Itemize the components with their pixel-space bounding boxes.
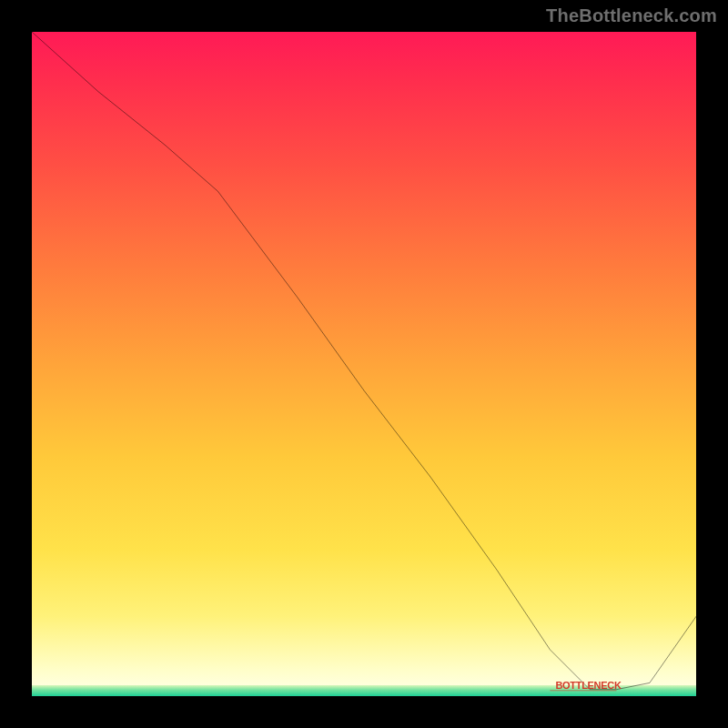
watermark-text: TheBottleneck.com bbox=[546, 5, 717, 26]
main-curve bbox=[32, 32, 696, 690]
plot-area: BOTTLENECK bbox=[27, 27, 701, 701]
chart-root: TheBottleneck.com BOTTLENECK bbox=[0, 0, 728, 728]
curve-layer bbox=[32, 32, 696, 696]
valley-label: BOTTLENECK bbox=[555, 680, 621, 691]
